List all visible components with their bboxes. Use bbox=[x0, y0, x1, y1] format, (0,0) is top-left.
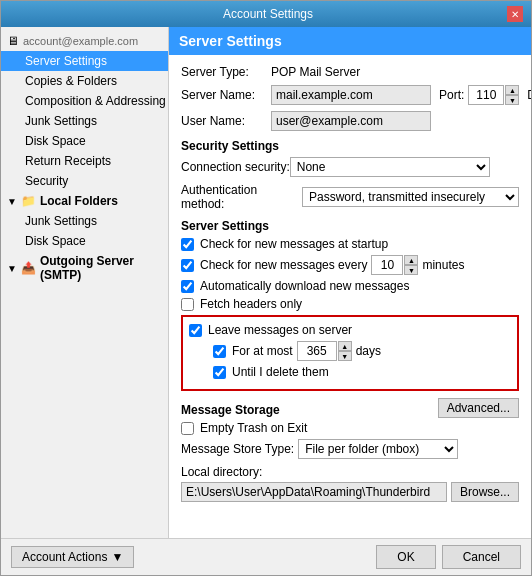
sidebar-item-return-receipts[interactable]: Return Receipts bbox=[1, 151, 168, 171]
auto-download-row: Automatically download new messages bbox=[181, 279, 519, 293]
check-every-up-button[interactable]: ▲ bbox=[404, 255, 418, 265]
ok-cancel-buttons: OK Cancel bbox=[376, 545, 521, 569]
titlebar: Account Settings ✕ bbox=[1, 1, 531, 27]
fetch-headers-row: Fetch headers only bbox=[181, 297, 519, 311]
empty-trash-row: Empty Trash on Exit bbox=[181, 421, 519, 435]
auth-method-select[interactable]: Password, transmitted insecurely bbox=[302, 187, 519, 207]
for-at-most-unit: days bbox=[356, 344, 381, 358]
port-spinbox: ▲ ▼ bbox=[468, 85, 519, 105]
sidebar-item-junk-settings[interactable]: Junk Settings bbox=[1, 111, 168, 131]
leave-messages-label: Leave messages on server bbox=[208, 323, 352, 337]
panel-title: Server Settings bbox=[169, 27, 531, 55]
browse-button[interactable]: Browse... bbox=[451, 482, 519, 502]
window-title: Account Settings bbox=[29, 7, 507, 21]
check-every-down-button[interactable]: ▼ bbox=[404, 265, 418, 275]
check-startup-checkbox[interactable] bbox=[181, 238, 194, 251]
main-panel: Server Settings Server Type: POP Mail Se… bbox=[169, 27, 531, 538]
username-row: User Name: bbox=[181, 111, 519, 131]
until-delete-checkbox[interactable] bbox=[213, 366, 226, 379]
check-startup-row: Check for new messages at startup bbox=[181, 237, 519, 251]
main-content: 🖥 account@example.com Server Settings Co… bbox=[1, 27, 531, 538]
for-at-most-label: For at most bbox=[232, 344, 293, 358]
empty-trash-label: Empty Trash on Exit bbox=[200, 421, 307, 435]
advanced-button[interactable]: Advanced... bbox=[438, 398, 519, 418]
for-at-most-spinbox: ▲ ▼ bbox=[297, 341, 352, 361]
sidebar-item-server-settings[interactable]: Server Settings bbox=[1, 51, 168, 71]
leave-messages-row: Leave messages on server bbox=[189, 323, 511, 337]
for-at-most-input[interactable] bbox=[297, 341, 337, 361]
server-type-value: POP Mail Server bbox=[271, 65, 360, 79]
for-at-most-up-button[interactable]: ▲ bbox=[338, 341, 352, 351]
default-label: Default: bbox=[527, 88, 531, 102]
account-icon: 🖥 bbox=[7, 34, 19, 48]
check-every-checkbox[interactable] bbox=[181, 259, 194, 272]
check-every-spinbox: ▲ ▼ bbox=[371, 255, 418, 275]
auth-method-label: Authentication method: bbox=[181, 183, 302, 211]
sidebar-section-local-folders[interactable]: ▼ 📁 Local Folders bbox=[1, 191, 168, 211]
server-settings-header: Server Settings bbox=[181, 219, 519, 233]
connection-security-select[interactable]: None bbox=[290, 157, 490, 177]
sidebar-item-security[interactable]: Security bbox=[1, 171, 168, 191]
port-label: Port: bbox=[439, 88, 464, 102]
local-dir-label: Local directory: bbox=[181, 465, 519, 479]
leave-messages-box: Leave messages on server For at most ▲ ▼… bbox=[181, 315, 519, 391]
fetch-headers-checkbox[interactable] bbox=[181, 298, 194, 311]
check-every-input[interactable] bbox=[371, 255, 403, 275]
folder-icon: 📁 bbox=[21, 194, 36, 208]
message-store-select[interactable]: File per folder (mbox) bbox=[298, 439, 458, 459]
server-name-input[interactable] bbox=[271, 85, 431, 105]
message-store-row: Message Store Type: File per folder (mbo… bbox=[181, 439, 519, 459]
smtp-expand-icon: ▼ bbox=[7, 263, 17, 274]
local-dir-input[interactable] bbox=[181, 482, 447, 502]
auto-download-label: Automatically download new messages bbox=[200, 279, 409, 293]
connection-security-row: Connection security: None bbox=[181, 157, 519, 177]
username-label: User Name: bbox=[181, 114, 271, 128]
local-dir-row: Browse... bbox=[181, 482, 519, 502]
sidebar: 🖥 account@example.com Server Settings Co… bbox=[1, 27, 169, 538]
for-at-most-down-button[interactable]: ▼ bbox=[338, 351, 352, 361]
account-actions: Account Actions ▼ bbox=[11, 546, 134, 568]
empty-trash-checkbox[interactable] bbox=[181, 422, 194, 435]
sidebar-item-disk-space-local[interactable]: Disk Space bbox=[1, 231, 168, 251]
for-at-most-row: For at most ▲ ▼ days bbox=[189, 341, 511, 361]
fetch-headers-label: Fetch headers only bbox=[200, 297, 302, 311]
sidebar-item-composition[interactable]: Composition & Addressing bbox=[1, 91, 168, 111]
message-storage-header-row: Message Storage Advanced... bbox=[181, 395, 519, 421]
check-startup-label: Check for new messages at startup bbox=[200, 237, 388, 251]
ok-button[interactable]: OK bbox=[376, 545, 435, 569]
message-storage-header: Message Storage bbox=[181, 403, 280, 417]
sidebar-item-copies-folders[interactable]: Copies & Folders bbox=[1, 71, 168, 91]
sidebar-section-outgoing-smtp[interactable]: ▼ 📤 Outgoing Server (SMTP) bbox=[1, 251, 168, 285]
until-delete-label: Until I delete them bbox=[232, 365, 329, 379]
bottom-bar: Account Actions ▼ OK Cancel bbox=[1, 538, 531, 575]
port-down-button[interactable]: ▼ bbox=[505, 95, 519, 105]
account-actions-label: Account Actions bbox=[22, 550, 107, 564]
until-delete-row: Until I delete them bbox=[189, 365, 511, 379]
expand-icon: ▼ bbox=[7, 196, 17, 207]
account-actions-button[interactable]: Account Actions ▼ bbox=[11, 546, 134, 568]
sidebar-item-disk-space[interactable]: Disk Space bbox=[1, 131, 168, 151]
dropdown-arrow-icon: ▼ bbox=[111, 550, 123, 564]
check-every-row: Check for new messages every ▲ ▼ minutes bbox=[181, 255, 519, 275]
server-type-row: Server Type: POP Mail Server bbox=[181, 65, 519, 79]
close-button[interactable]: ✕ bbox=[507, 6, 523, 22]
auth-method-row: Authentication method: Password, transmi… bbox=[181, 183, 519, 211]
check-every-label: Check for new messages every bbox=[200, 258, 367, 272]
sidebar-item-account[interactable]: 🖥 account@example.com bbox=[1, 31, 168, 51]
cancel-button[interactable]: Cancel bbox=[442, 545, 521, 569]
server-name-label: Server Name: bbox=[181, 88, 271, 102]
security-settings-header: Security Settings bbox=[181, 139, 519, 153]
local-dir-section: Local directory: Browse... bbox=[181, 465, 519, 502]
leave-messages-checkbox[interactable] bbox=[189, 324, 202, 337]
sidebar-item-junk-settings-local[interactable]: Junk Settings bbox=[1, 211, 168, 231]
connection-security-label: Connection security: bbox=[181, 160, 290, 174]
for-at-most-checkbox[interactable] bbox=[213, 345, 226, 358]
username-input[interactable] bbox=[271, 111, 431, 131]
auto-download-checkbox[interactable] bbox=[181, 280, 194, 293]
check-every-unit: minutes bbox=[422, 258, 464, 272]
server-type-label: Server Type: bbox=[181, 65, 271, 79]
port-input[interactable] bbox=[468, 85, 504, 105]
port-up-button[interactable]: ▲ bbox=[505, 85, 519, 95]
message-store-label: Message Store Type: bbox=[181, 442, 294, 456]
server-name-row: Server Name: Port: ▲ ▼ Default: 110 bbox=[181, 85, 519, 105]
